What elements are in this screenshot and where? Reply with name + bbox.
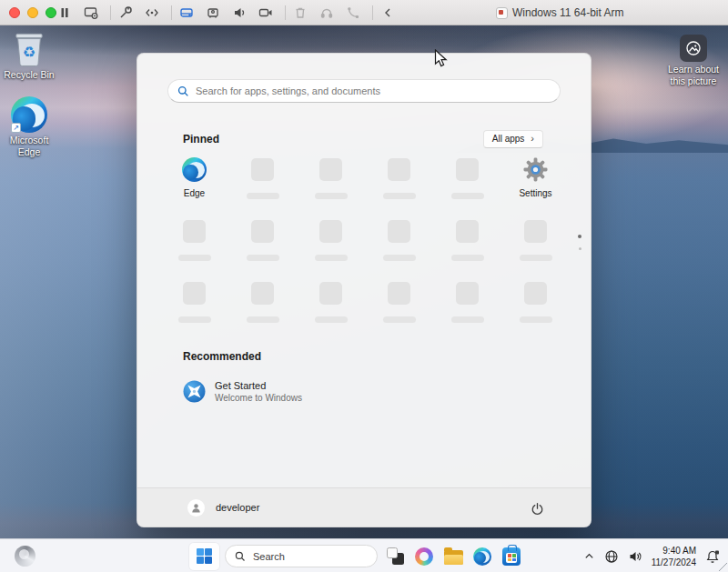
collapse-toolbar-icon[interactable] [379,5,395,21]
sound-icon[interactable] [231,5,247,21]
pinned-app-settings[interactable]: Settings [501,157,570,199]
recommended-header: Recommended [183,350,543,363]
traffic-lights [9,7,56,18]
user-avatar [187,499,205,517]
resize-grip[interactable] [719,563,727,571]
pinned-placeholder-tile [228,219,297,261]
pinned-placeholder-tile [160,219,228,261]
task-view-icon [387,547,404,565]
pinned-placeholder-tile [228,281,297,323]
recycle-bin-icon: ♻ [12,29,46,67]
snapshot-icon[interactable] [83,5,98,21]
pinned-app-label: Settings [519,188,551,198]
code-icon[interactable] [144,5,159,21]
file-explorer-icon [444,550,463,565]
vm-toolbar [56,0,406,25]
power-button[interactable] [529,500,545,517]
edge-icon [473,547,491,566]
taskbar-search-label: Search [253,551,285,562]
pinned-grid-row [160,281,591,323]
start-search-box[interactable] [167,79,561,103]
recommended-item-get-started[interactable]: Get Started Welcome to Windows [183,377,410,406]
trash-icon[interactable] [292,5,308,21]
pinned-page-indicator[interactable] [578,235,581,250]
toolbar-separator [171,5,172,20]
pinned-placeholder-tile [365,281,433,323]
start-button[interactable] [189,543,219,570]
tray-date: 11/27/2024 [652,557,696,568]
taskbar: Search [0,538,728,572]
pinned-placeholder-tile [365,157,433,199]
toolbar-separator [285,5,286,20]
window-title: Windows 11 64-bit Arm [512,6,624,19]
pinned-grid-row: Edge [160,157,591,199]
window-title-group: Windows 11 64-bit Arm [496,0,624,25]
toolbar-separator [110,5,111,20]
recommended-item-subtitle: Welcome to Windows [215,393,302,403]
desktop-icon-recycle-bin[interactable]: ♻ Recycle Bin [2,29,56,81]
titlebar: Windows 11 64-bit Arm [0,0,728,25]
volume-icon[interactable] [628,549,642,564]
microsoft-store-button[interactable] [500,543,523,570]
windows-desktop[interactable]: ♻ Recycle Bin ↗ Microsoft Edge Learn abo… [0,25,728,538]
pause-icon[interactable] [56,5,72,21]
headphones-icon[interactable] [318,5,334,21]
start-menu-footer: developer [137,487,591,527]
widgets-button[interactable] [15,546,35,567]
get-started-icon [183,380,206,403]
desktop-icon-learn-about-picture[interactable]: Learn aboutthis picture [662,35,724,87]
pinned-placeholder-tile [501,281,570,323]
wrench-icon[interactable] [117,5,133,21]
call-icon[interactable] [345,5,360,21]
pinned-placeholder-tile [160,281,228,323]
taskbar-search-box[interactable]: Search [225,545,378,567]
page-dot[interactable] [579,247,581,250]
chevron-right-icon: › [531,134,534,144]
hard-disk-icon[interactable] [178,5,194,21]
pinned-placeholder-tile [433,281,501,323]
task-view-button[interactable] [383,543,407,570]
taskbar-clock[interactable]: 9:40 AM 11/27/2024 [652,545,696,568]
pinned-app-label: Edge [184,188,205,198]
file-explorer-button[interactable] [441,543,465,570]
page-dot-active[interactable] [578,235,581,238]
recommended-item-text: Get Started Welcome to Windows [215,380,302,403]
notifications-bell-icon[interactable] [705,549,720,564]
network-icon[interactable] [604,549,619,564]
system-tray: 9:40 AM 11/27/2024 [583,539,720,572]
settings-gear-icon [523,157,548,182]
copilot-icon [415,547,433,566]
camera-icon[interactable] [258,5,273,21]
pinned-placeholder-tile [433,157,501,199]
close-window-button[interactable] [9,7,20,18]
pinned-title: Pinned [183,133,219,146]
start-menu: Pinned All apps › Edge [136,53,592,527]
pinned-placeholder-tile [365,219,433,261]
power-icon [531,502,544,516]
hidden-icons-chevron[interactable] [583,550,595,562]
copilot-button[interactable] [412,543,436,570]
pinned-placeholder-tile [433,219,501,261]
pinned-header: Pinned All apps › [183,130,543,148]
usb-device-icon[interactable] [205,5,220,21]
fullscreen-window-button[interactable] [46,7,56,18]
edge-icon [182,157,207,182]
pinned-placeholder-tile [297,219,365,261]
recommended-title: Recommended [183,350,261,363]
toolbar-separator [372,5,373,20]
edge-taskbar-button[interactable] [470,543,494,570]
desktop-icon-label: Recycle Bin [4,69,54,81]
pinned-placeholder-tile [501,219,570,261]
pinned-placeholder-tile [297,281,365,323]
user-profile-button[interactable]: developer [187,499,259,517]
start-search-input[interactable] [196,85,551,96]
minimize-window-button[interactable] [27,7,38,18]
all-apps-button[interactable]: All apps › [483,130,543,148]
desktop-icon-microsoft-edge[interactable]: ↗ Microsoft Edge [2,96,56,158]
windows-logo-icon [197,548,212,564]
pinned-app-edge[interactable]: Edge [160,157,228,199]
all-apps-label: All apps [492,134,525,144]
picture-info-icon [680,35,707,62]
tray-time: 9:40 AM [652,545,696,557]
vm-app-icon [496,7,508,19]
